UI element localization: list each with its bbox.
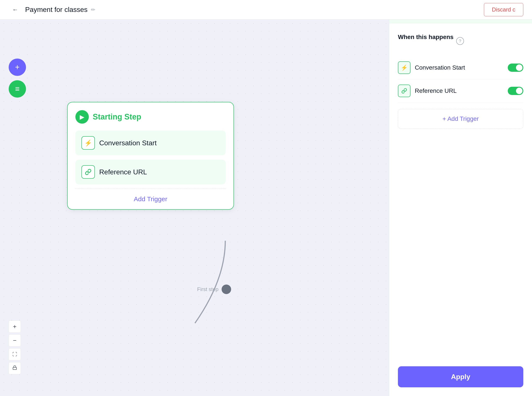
zoom-out-button[interactable]: − (9, 334, 21, 347)
plus-icon: + (15, 63, 19, 72)
add-trigger-panel-button[interactable]: + Add Trigger (398, 109, 523, 128)
header: ← Payment for classes ✏ Discard c (0, 0, 532, 19)
panel-reference-url-icon (398, 85, 410, 97)
card-title: Starting Step (93, 112, 141, 122)
zoom-out-icon: − (13, 337, 17, 344)
conversation-start-label: Conversation Start (99, 139, 157, 147)
reference-url-label: Reference URL (99, 168, 147, 176)
fit-icon: ⛶ (12, 352, 17, 357)
list-icon: ≡ (15, 84, 19, 93)
trigger-item-reference-url[interactable]: Reference URL (75, 160, 226, 184)
conversation-start-toggle[interactable] (508, 64, 523, 72)
discard-button[interactable]: Discard c (484, 3, 523, 16)
reference-url-icon (81, 165, 95, 179)
add-node-button[interactable]: + (9, 58, 26, 76)
left-toolbar: + ≡ (9, 58, 26, 98)
card-title-row: ▶ Starting Step (75, 110, 226, 124)
canvas: + ≡ ▶ Starting Step ⚡ Conversation Start… (0, 19, 389, 396)
trigger-item-conversation-start[interactable]: ⚡ Conversation Start (75, 131, 226, 155)
connector-dot (222, 285, 231, 294)
lock-icon (12, 365, 17, 371)
when-row: When this happens ? (398, 34, 523, 48)
first-step-area: First step (197, 285, 231, 294)
panel-conversation-start-icon: ⚡ (398, 61, 410, 74)
apply-button[interactable]: Apply (398, 366, 523, 387)
panel-reference-url-label: Reference URL (415, 87, 504, 94)
conversation-start-icon: ⚡ (81, 136, 95, 150)
add-trigger-label: Add Trigger (134, 195, 167, 203)
back-button[interactable]: ← (9, 3, 22, 16)
panel-trigger-conversation-start: ⚡ Conversation Start (398, 56, 523, 79)
zoom-in-icon: + (13, 323, 17, 330)
add-trigger-row[interactable]: Add Trigger (75, 189, 226, 209)
page-title: Payment for classes (25, 6, 88, 14)
help-icon: ? (456, 37, 464, 45)
list-button[interactable]: ≡ (9, 80, 26, 98)
panel-conversation-start-label: Conversation Start (415, 64, 504, 71)
fit-button[interactable]: ⛶ (9, 348, 21, 361)
when-section-label: When this happens (398, 34, 453, 41)
right-panel-content: When this happens ? ⚡ Conversation Start… (389, 23, 532, 366)
edit-icon[interactable]: ✏ (91, 7, 95, 13)
panel-trigger-reference-url: Reference URL (398, 79, 523, 103)
play-icon: ▶ (75, 110, 89, 124)
starting-step-card: ▶ Starting Step ⚡ Conversation Start Ref… (67, 102, 234, 210)
zoom-in-button[interactable]: + (9, 320, 21, 333)
right-panel: Starting Step When this happens ? ⚡ Conv… (389, 0, 532, 396)
first-step-label: First step (197, 286, 219, 292)
zoom-controls: + − ⛶ (9, 320, 21, 374)
back-icon: ← (12, 6, 18, 13)
lock-button[interactable] (9, 362, 21, 374)
reference-url-toggle[interactable] (508, 87, 523, 95)
svg-rect-0 (13, 367, 17, 370)
